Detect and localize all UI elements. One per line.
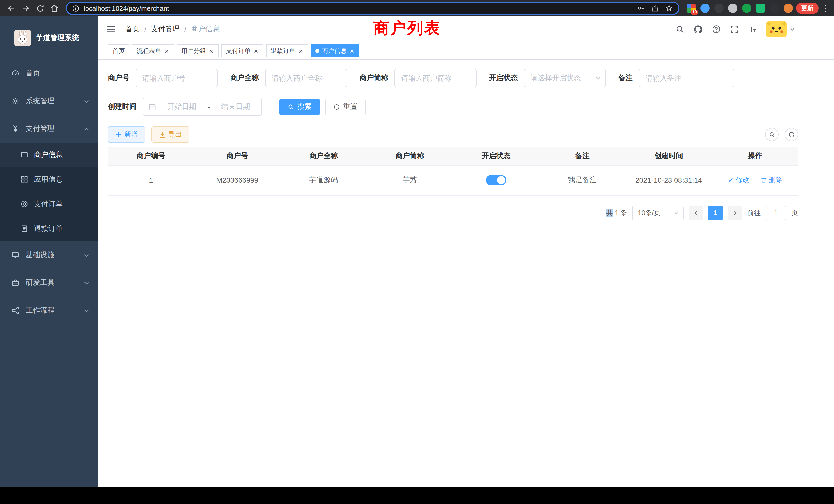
github-icon[interactable] [693,24,703,34]
chevron-down-icon [84,252,89,258]
sidebar-item-label: 退款订单 [34,224,63,233]
sidebar-item-app-info[interactable]: 应用信息 [0,167,97,192]
edit-link[interactable]: 修改 [728,176,749,185]
tab-pay-order[interactable]: 支付订单 [221,44,263,58]
navbar: 首页 / 支付管理 / 商户信息 商户列表 [97,17,834,42]
home-icon[interactable] [47,1,62,16]
search-button-label: 搜索 [297,102,312,111]
end-date-placeholder[interactable]: 结束日期 [215,102,256,111]
search-button[interactable]: 搜索 [279,98,320,115]
sidebar-item-pay-order[interactable]: 支付订单 [0,192,97,216]
sidebar-item-system[interactable]: 系统管理 [0,87,97,115]
fullscreen-icon[interactable] [730,25,739,34]
user-menu[interactable] [766,21,795,38]
hamburger-icon[interactable] [106,24,116,35]
sidebar-item-refund-order[interactable]: 退款订单 [0,216,97,241]
pagination-total: 共 1 条 [606,208,627,217]
chevron-down-icon [84,280,89,285]
breadcrumb: 首页 / 支付管理 / 商户信息 [125,25,220,34]
status-toggle[interactable] [486,175,506,185]
address-bar[interactable]: localhost:1024/pay/merchant [66,2,679,15]
create-time-range-picker[interactable]: 开始日期 - 结束日期 [143,97,262,116]
cell-created: 2021-10-23 08:31:14 [626,165,712,195]
tab-close-icon[interactable] [208,48,214,54]
reset-button[interactable]: 重置 [325,98,366,115]
sidebar-item-home[interactable]: 首页 [0,60,97,87]
breadcrumb-home[interactable]: 首页 [125,25,140,34]
extension-icon-blue[interactable] [701,4,710,13]
sidebar-item-dev-tools[interactable]: 研发工具 [0,269,97,297]
reload-icon[interactable] [33,1,47,16]
breadcrumb-payment[interactable]: 支付管理 [151,25,180,34]
card-icon [21,151,29,159]
chevron-down-icon [84,308,89,313]
key-icon[interactable] [637,4,645,12]
tab-close-icon[interactable] [349,48,355,54]
tab-user-group[interactable]: 用户分组 [177,44,219,58]
share-icon[interactable] [651,4,659,12]
page-size-select[interactable]: 10条/页 [632,206,683,220]
tab-home[interactable]: 首页 [108,44,129,58]
tab-close-icon[interactable] [164,48,170,54]
date-separator: - [207,102,210,111]
status-select[interactable]: 请选择开启状态 [524,69,606,87]
bookmark-star-icon[interactable] [665,4,673,12]
cell-remark: 我是备注 [539,165,626,195]
prev-page-button[interactable] [689,206,703,220]
sidebar-item-infrastructure[interactable]: 基础设施 [0,241,97,269]
page-number-button[interactable]: 1 [708,206,723,220]
sidebar-item-workflow[interactable]: 工作流程 [0,297,97,324]
tab-close-icon[interactable] [253,48,259,54]
browser-update-button[interactable]: 更新 [796,3,818,14]
sidebar-item-label: 工作流程 [26,306,54,315]
cell-full-name: 芋道源码 [280,165,367,195]
tab-close-icon[interactable] [298,48,304,54]
yen-icon [11,125,20,133]
tab-process-form[interactable]: 流程表单 [132,44,174,58]
extension-icon-grey[interactable] [728,4,738,13]
forward-icon[interactable] [19,1,33,16]
add-button[interactable]: 新增 [108,126,145,143]
export-button[interactable]: 导出 [152,126,190,143]
help-icon[interactable] [712,25,721,34]
remark-input[interactable] [639,69,734,87]
tab-refund-order[interactable]: 退款订单 [266,44,308,58]
extension-icon-black[interactable] [770,4,779,13]
tab-label: 流程表单 [137,46,161,55]
chevron-down-icon [673,210,679,215]
filter-row-1: 商户号 商户全称 商户简称 开启状态 [108,69,798,87]
extension-icon-green-square[interactable] [756,4,765,13]
gear-icon [11,97,20,105]
col-header-full-name: 商户全称 [280,147,367,165]
extension-icon-green[interactable] [742,4,751,13]
merchant-no-input[interactable] [136,69,218,87]
start-date-placeholder[interactable]: 开始日期 [161,102,202,111]
tab-label: 用户分组 [181,46,206,55]
sidebar-item-label: 支付管理 [26,124,54,134]
extension-icon-dark[interactable] [714,4,724,13]
toggle-search-button[interactable] [765,128,778,141]
next-page-button[interactable] [728,206,742,220]
sidebar-item-payment[interactable]: 支付管理 [0,115,97,143]
font-size-icon[interactable] [748,24,758,34]
refresh-table-button[interactable] [785,128,798,141]
calendar-icon [148,103,156,111]
page-title-annotation: 商户列表 [373,18,441,39]
browser-profile-avatar[interactable] [784,4,793,13]
delete-link[interactable]: 删除 [761,176,782,185]
logo[interactable]: 芋道管理系统 [0,17,97,60]
chevron-down-icon [595,75,601,81]
tab-merchant-info[interactable]: 商户信息 [311,44,359,58]
sidebar-item-merchant-info[interactable]: 商户信息 [0,143,97,167]
extension-badge-icon[interactable]: 10 [687,4,696,13]
full-name-input[interactable] [265,69,347,87]
short-name-input[interactable] [394,69,477,87]
table-toolbar: 新增 导出 [108,126,798,143]
search-icon[interactable] [675,25,684,34]
back-icon[interactable] [4,1,19,16]
site-info-icon[interactable] [72,4,80,12]
goto-page-input[interactable] [766,206,786,220]
edit-link-label: 修改 [736,176,749,185]
col-header-created: 创建时间 [626,147,712,165]
browser-menu-icon[interactable] [821,2,830,15]
